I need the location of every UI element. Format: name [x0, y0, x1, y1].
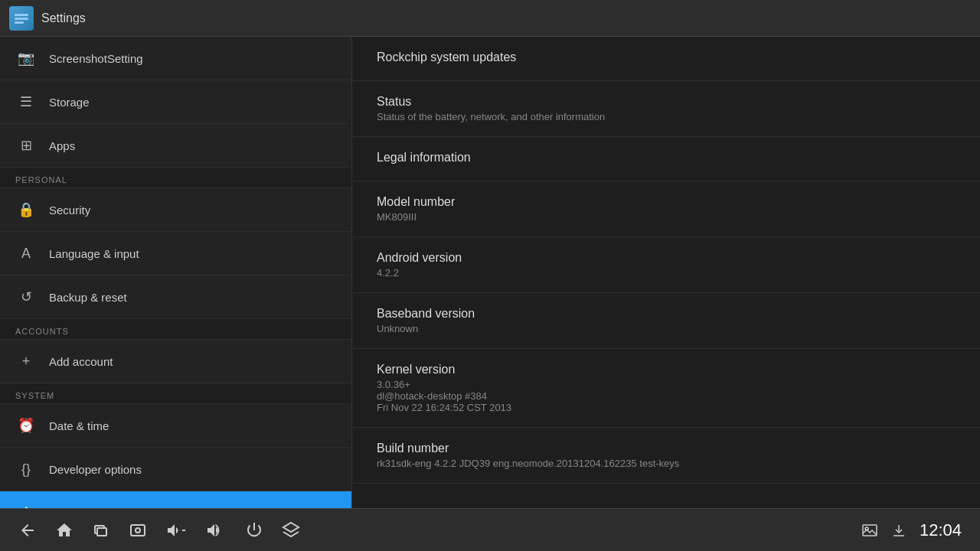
sidebar-item-screenshot[interactable]: 📷ScreenshotSetting — [0, 37, 351, 80]
image-icon — [861, 522, 878, 539]
content-item-status[interactable]: StatusStatus of the battery, network, an… — [352, 81, 980, 137]
content-subtitle-kernel: 3.0.36+ dl@hotack-desktop #384 Fri Nov 2… — [377, 379, 956, 413]
content-title-build: Build number — [377, 442, 956, 455]
camera-icon: 📷 — [15, 47, 37, 69]
main-layout: 📷ScreenshotSetting☰Storage⊞AppsPERSONAL🔒… — [0, 37, 980, 508]
sidebar-item-backup[interactable]: ↺Backup & reset — [0, 276, 351, 319]
titlebar: Settings — [0, 0, 980, 37]
sidebar-item-language[interactable]: ALanguage & input — [0, 232, 351, 276]
add-icon: + — [15, 350, 37, 372]
sidebar-label-storage: Storage — [49, 96, 90, 109]
volume-up-button[interactable] — [205, 521, 227, 540]
content-item-android-version[interactable]: Android version4.2.2 — [352, 237, 980, 293]
content-title-rockchip: Rockchip system updates — [377, 51, 956, 64]
sidebar-item-apps[interactable]: ⊞Apps — [0, 124, 351, 168]
content-subtitle-build: rk31sdk-eng 4.2.2 JDQ39 eng.neomode.2013… — [377, 458, 956, 469]
sidebar: 📷ScreenshotSetting☰Storage⊞AppsPERSONAL🔒… — [0, 37, 352, 508]
svg-point-6 — [136, 528, 140, 533]
content-title-status: Status — [377, 95, 956, 109]
taskbar: 12:04 — [0, 508, 980, 551]
content-subtitle-model: MK809III — [377, 211, 956, 223]
sidebar-label-about: About device — [49, 507, 116, 509]
section-header-system: SYSTEM — [0, 383, 351, 404]
layers-button[interactable] — [282, 521, 300, 540]
home-button[interactable] — [55, 521, 74, 540]
info-icon: ℹ — [15, 502, 37, 508]
content-title-android-version: Android version — [377, 251, 956, 265]
content-title-model: Model number — [377, 195, 956, 209]
content-title-kernel: Kernel version — [377, 363, 956, 377]
screenshot-button[interactable] — [129, 521, 147, 540]
content-panel: Rockchip system updatesStatusStatus of t… — [352, 37, 980, 508]
taskbar-nav — [18, 521, 300, 540]
content-subtitle-baseband: Unknown — [377, 323, 956, 334]
content-item-rockchip[interactable]: Rockchip system updates — [352, 37, 980, 81]
section-header-personal: PERSONAL — [0, 168, 351, 188]
font-icon: A — [15, 243, 37, 264]
sidebar-item-security[interactable]: 🔒Security — [0, 188, 351, 232]
content-title-legal: Legal information — [377, 151, 956, 165]
sidebar-label-security: Security — [49, 204, 90, 217]
sidebar-item-developer[interactable]: {}Developer options — [0, 448, 351, 491]
clock-icon: ⏰ — [15, 415, 37, 436]
svg-marker-8 — [283, 523, 299, 532]
svg-rect-0 — [15, 14, 28, 16]
svg-rect-1 — [15, 18, 28, 20]
sidebar-label-developer: Developer options — [49, 463, 142, 476]
content-subtitle-android-version: 4.2.2 — [377, 267, 956, 279]
content-title-baseband: Baseband version — [377, 307, 956, 321]
sidebar-label-apps: Apps — [49, 139, 75, 152]
section-header-accounts: ACCOUNTS — [0, 319, 351, 340]
svg-rect-9 — [863, 525, 877, 536]
app-icon — [9, 6, 34, 31]
svg-rect-5 — [131, 525, 145, 536]
content-subtitle-status: Status of the battery, network, and othe… — [377, 111, 956, 122]
svg-rect-2 — [15, 21, 24, 24]
sidebar-label-screenshot: ScreenshotSetting — [49, 52, 143, 65]
taskbar-status: 12:04 — [861, 520, 962, 540]
clock-display: 12:04 — [920, 520, 962, 540]
power-button[interactable] — [245, 521, 263, 540]
sidebar-label-datetime: Date & time — [49, 419, 109, 432]
sidebar-item-storage[interactable]: ☰Storage — [0, 80, 351, 124]
content-item-legal[interactable]: Legal information — [352, 137, 980, 181]
content-item-baseband[interactable]: Baseband versionUnknown — [352, 293, 980, 349]
sidebar-item-datetime[interactable]: ⏰Date & time — [0, 404, 351, 448]
storage-icon: ☰ — [15, 91, 37, 112]
backup-icon: ↺ — [15, 286, 37, 308]
content-item-build[interactable]: Build numberrk31sdk-eng 4.2.2 JDQ39 eng.… — [352, 428, 980, 484]
sidebar-item-about[interactable]: ℹAbout device — [0, 491, 351, 508]
sidebar-label-backup: Backup & reset — [49, 291, 127, 304]
sidebar-item-add-account[interactable]: +Add account — [0, 340, 351, 383]
back-button[interactable] — [18, 521, 37, 540]
apps-icon: ⊞ — [15, 135, 37, 156]
titlebar-title: Settings — [41, 11, 86, 25]
lock-icon: 🔒 — [15, 199, 37, 220]
recents-button[interactable] — [92, 521, 110, 540]
content-item-kernel[interactable]: Kernel version3.0.36+ dl@hotack-desktop … — [352, 349, 980, 428]
volume-down-button[interactable] — [165, 521, 187, 540]
svg-rect-4 — [97, 528, 106, 536]
content-item-model[interactable]: Model numberMK809III — [352, 181, 980, 237]
code-icon: {} — [15, 458, 37, 480]
download-icon — [890, 522, 907, 539]
sidebar-label-add-account: Add account — [49, 355, 113, 368]
sidebar-label-language: Language & input — [49, 247, 139, 260]
